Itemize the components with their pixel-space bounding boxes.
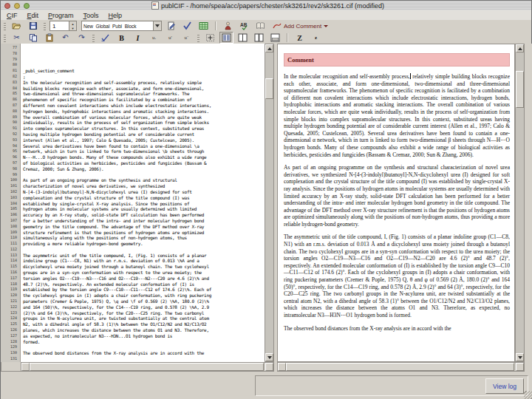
code-line[interactable]: accuracy by an X-ray study, solid-state … xyxy=(23,212,265,218)
code-line[interactable]: as expected, no intramolecular N3---H3N.… xyxy=(23,333,265,339)
code-line[interactable]: building blocks recognize each other, as… xyxy=(23,86,265,92)
subscript-button[interactable]: u. xyxy=(147,32,161,44)
code-line[interactable]: having multiple hydrogen bonding potenti… xyxy=(23,132,265,137)
code-line[interactable]: two-dimensional and three-dimensional su… xyxy=(23,91,265,97)
open-file-button[interactable] xyxy=(10,20,24,32)
code-line[interactable]: parameters (Cremer & Pople, 1975) Q, \q … xyxy=(23,299,265,304)
editor-text[interactable]: _publ_section_comment;In the molecular r… xyxy=(21,44,265,362)
superscript-button[interactable]: u' xyxy=(163,32,177,44)
menu-tools[interactable]: Tools xyxy=(83,12,99,19)
code-line[interactable]: (2)\% and 64 (3)\%, respectively, for th… xyxy=(23,310,265,316)
preview-paragraph[interactable]: The asymmetric unit of the title compoun… xyxy=(284,233,510,318)
paste-button[interactable] xyxy=(42,32,56,44)
save-file-button[interactable] xyxy=(26,20,40,32)
font-smaller-button[interactable]: z xyxy=(309,32,323,44)
code-line[interactable]: dicyclohexyl urea moiety joined through … xyxy=(23,264,265,270)
code-line[interactable]: characterization of novel urea derivativ… xyxy=(23,183,265,189)
toolbar-drag-handle[interactable] xyxy=(44,21,46,30)
code-line[interactable]: planes, which increases the distance bet… xyxy=(23,327,265,333)
cut-button[interactable]: ✂ xyxy=(10,32,24,44)
layout-left-pane-button[interactable] xyxy=(236,32,250,44)
code-line[interactable]: 48.7 (2)\%, respectively. An extended mo… xyxy=(23,282,265,287)
code-line[interactable] xyxy=(23,344,265,350)
code-line[interactable]: groups in the N-acylurea unit, are twist… xyxy=(23,316,265,321)
toolbar-drag-handle[interactable] xyxy=(92,33,95,42)
code-line[interactable]: N-[4-(3-indolyl)butanoyl]-N,N-dicyclohex… xyxy=(23,189,265,195)
copy-button[interactable] xyxy=(26,32,40,44)
bold-button[interactable]: B xyxy=(115,32,129,44)
code-line[interactable] xyxy=(23,172,265,178)
scroll-right-button[interactable] xyxy=(265,363,273,371)
code-line[interactable] xyxy=(23,356,265,362)
toolbar-drag-handle[interactable] xyxy=(4,21,6,30)
preview-pane[interactable]: Comment In the molecular recognition and… xyxy=(277,44,515,362)
code-line[interactable]: interest (Allen et al., 1997; Calo & Que… xyxy=(23,137,265,143)
code-line[interactable]: groups are in a syn-syn conformation wit… xyxy=(23,270,265,276)
add-comment-dropdown-icon[interactable] xyxy=(324,25,328,27)
scrollbar-thumb[interactable] xyxy=(30,363,264,371)
preview-paragraph[interactable]: The observed bond distances from the X-r… xyxy=(284,325,510,332)
undo-button[interactable]: ↶ xyxy=(58,32,72,44)
dictionary-button[interactable] xyxy=(253,20,267,32)
code-line[interactable]: individually, results in the process of … xyxy=(23,120,265,126)
code-line[interactable]: into complex supramolecular structures. … xyxy=(23,126,265,132)
code-line[interactable]: complexation and the crystal structure o… xyxy=(23,195,265,201)
code-line[interactable] xyxy=(23,247,265,253)
resize-grip-icon[interactable] xyxy=(524,391,532,399)
scrollbar-thumb[interactable] xyxy=(265,78,273,99)
scroll-right-button[interactable] xyxy=(516,363,524,371)
scroll-left-button[interactable] xyxy=(278,363,286,371)
code-line[interactable]: hydrogen bonds, hydrophobic interactions… xyxy=(23,109,265,115)
code-line[interactable]: As part of an ongoing programme on the s… xyxy=(23,177,265,183)
scroll-left-button[interactable] xyxy=(21,363,30,371)
code-line[interactable]: N---H...O hydrogen bonds. Many of these … xyxy=(23,154,265,160)
code-line[interactable]: The overall combination of various molec… xyxy=(23,115,265,120)
code-line[interactable] xyxy=(23,57,265,63)
code-line[interactable]: hydrogen atoms in molecular systems are … xyxy=(23,206,265,212)
scrollbar-thumb[interactable] xyxy=(286,363,514,371)
code-line[interactable]: ; xyxy=(23,74,265,80)
editor-horizontal-scrollbar[interactable] xyxy=(21,362,274,372)
code-line[interactable]: _publ_section_comment xyxy=(23,68,265,74)
close-button[interactable] xyxy=(4,3,10,9)
code-line[interactable]: structure refinement is that the positio… xyxy=(23,230,265,236)
edit-block-button[interactable] xyxy=(164,20,178,32)
code-line[interactable]: network, which in turn is linked to form… xyxy=(23,149,265,154)
font-larger-button[interactable]: Z xyxy=(293,32,307,44)
block-selector[interactable]: New_Global_Publ_Block xyxy=(81,21,162,31)
block-number-stepper[interactable]: 1 ▲ ▼ xyxy=(50,21,77,31)
menu-help[interactable]: Help xyxy=(109,12,123,19)
code-line[interactable]: of biological activities as herbicides, … xyxy=(23,160,265,166)
code-line[interactable]: In the molecular recognition and self-as… xyxy=(23,80,265,86)
accent-button[interactable]: u¨ xyxy=(180,32,194,44)
code-line[interactable]: The observed bond distances from the X-r… xyxy=(23,350,265,356)
code-line[interactable] xyxy=(23,51,265,57)
code-line[interactable]: Cremaz, 2000; Sun & Zhang, 2006). xyxy=(23,166,265,172)
layout-right-pane-button[interactable] xyxy=(252,32,266,44)
code-line[interactable]: torsion angles O2---C19---N3---C16 and O… xyxy=(23,276,265,282)
code-line[interactable]: providing a more reliable hydrogen-bond … xyxy=(23,241,265,247)
add-comment-control[interactable]: Add Comment xyxy=(273,22,328,30)
scroll-up-button[interactable] xyxy=(516,44,524,52)
code-line[interactable]: phenomenon of specific recognition is fa… xyxy=(23,97,265,103)
code-line[interactable]: indoline group (C1---C8, N1) with an r.m… xyxy=(23,258,265,264)
code-line[interactable]: N2, with a dihedral angle of 58.3 (1)\% … xyxy=(23,321,265,327)
code-line[interactable]: the cyclohexyl groups in (I) adopts a ch… xyxy=(23,293,265,299)
code-line[interactable]: formed. xyxy=(23,339,265,345)
code-line[interactable] xyxy=(23,45,265,51)
toolbar-drag-handle[interactable] xyxy=(4,33,6,42)
code-line[interactable]: simultaneously along with the positions … xyxy=(23,235,265,241)
code-line[interactable]: for a better understanding of the intra-… xyxy=(23,218,265,224)
code-line[interactable]: and 164 (50)\%, respectively, for the C1… xyxy=(23,304,265,310)
layout-split-view-button[interactable] xyxy=(219,32,233,44)
code-line[interactable]: geometry in the title compound. The adva… xyxy=(23,224,265,230)
preview-paragraph[interactable]: In the molecular recognition and self-as… xyxy=(284,73,510,158)
preview-horizontal-scrollbar[interactable] xyxy=(277,362,525,372)
maximize-button[interactable] xyxy=(24,3,30,9)
view-log-button[interactable]: View log xyxy=(485,378,524,394)
redo-button[interactable]: ↷ xyxy=(75,32,89,44)
menu-program[interactable]: Program xyxy=(48,12,74,19)
block-number-value[interactable]: 1 xyxy=(50,23,69,30)
spellcheck-text-button[interactable] xyxy=(98,32,112,44)
check-structure-button[interactable] xyxy=(221,20,235,32)
